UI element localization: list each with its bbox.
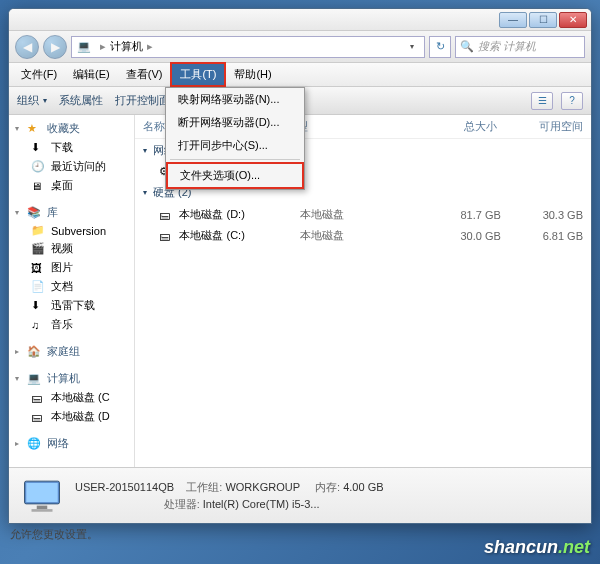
chevron-right-icon: ▸: [15, 439, 27, 448]
download-icon: ⬇: [31, 299, 47, 312]
view-mode-button[interactable]: ☰: [531, 92, 553, 110]
forward-button[interactable]: ▶: [43, 35, 67, 59]
maximize-button[interactable]: ☐: [529, 12, 557, 28]
details-name: USER-20150114QB: [75, 481, 174, 493]
chevron-right-icon: ▸: [15, 347, 27, 356]
svg-rect-1: [26, 482, 58, 501]
explorer-window: — ☐ ✕ ◀ ▶ 💻 ▸ 计算机 ▸ ▾ ↻ 🔍 搜索 计算机 文件(F) 编…: [8, 8, 592, 524]
address-bar[interactable]: 💻 ▸ 计算机 ▸ ▾: [71, 36, 425, 58]
drive-row-d[interactable]: 🖴 本地磁盘 (D:) 本地磁盘 81.7 GB 30.3 GB: [135, 204, 591, 225]
sidebar-subversion[interactable]: 📁Subversion: [9, 222, 134, 239]
tools-dropdown: 映射网络驱动器(N)... 断开网络驱动器(D)... 打开同步中心(S)...…: [165, 87, 305, 190]
computer-large-icon: [21, 477, 63, 515]
search-icon: 🔍: [460, 40, 474, 53]
chevron-down-icon: ▾: [43, 96, 47, 105]
home-icon: 🏠: [27, 345, 43, 358]
breadcrumb-item[interactable]: 计算机: [110, 39, 143, 54]
music-icon: ♫: [31, 319, 47, 331]
menu-bar: 文件(F) 编辑(E) 查看(V) 工具(T) 帮助(H): [9, 63, 591, 87]
clock-icon: 🕘: [31, 160, 47, 173]
navigation-pane: ▾ ★ 收藏夹 ⬇下载 🕘最近访问的 🖥桌面 ▾ 📚 库 📁Subversion…: [9, 115, 135, 467]
drive-icon: 🖴: [159, 209, 175, 221]
watermark: shancun.net: [484, 537, 590, 558]
breadcrumb-separator: ▸: [96, 40, 110, 53]
search-placeholder: 搜索 计算机: [478, 39, 536, 54]
menu-view[interactable]: 查看(V): [118, 64, 171, 85]
drive-icon: 🖴: [31, 411, 47, 423]
video-icon: 🎬: [31, 242, 47, 255]
drive-icon: 🖴: [159, 230, 175, 242]
details-text: USER-20150114QB 工作组: WORKGROUP 内存: 4.00 …: [75, 479, 384, 512]
chevron-down-icon: ▾: [143, 146, 147, 155]
sidebar-homegroup[interactable]: ▸ 🏠 家庭组: [9, 342, 134, 361]
search-input[interactable]: 🔍 搜索 计算机: [455, 36, 585, 58]
drive-row-c[interactable]: 🖴 本地磁盘 (C:) 本地磁盘 30.0 GB 6.81 GB: [135, 225, 591, 246]
menu-help[interactable]: 帮助(H): [226, 64, 279, 85]
svg-rect-2: [37, 505, 48, 509]
address-dropdown[interactable]: ▾: [404, 42, 420, 51]
sidebar-desktop[interactable]: 🖥桌面: [9, 176, 134, 195]
computer-icon: 💻: [27, 372, 43, 385]
computer-icon: 💻: [76, 39, 92, 55]
toolbar-right: ☰ ?: [531, 92, 583, 110]
sidebar-recent[interactable]: 🕘最近访问的: [9, 157, 134, 176]
network-icon: 🌐: [27, 437, 43, 450]
status-text: 允许您更改设置。: [10, 527, 98, 542]
minimize-button[interactable]: —: [499, 12, 527, 28]
organize-button[interactable]: 组织 ▾: [17, 93, 47, 108]
folder-icon: 📁: [31, 224, 47, 237]
sidebar-downloads[interactable]: ⬇下载: [9, 138, 134, 157]
menu-file[interactable]: 文件(F): [13, 64, 65, 85]
column-total[interactable]: 总大小: [401, 119, 497, 134]
column-free[interactable]: 可用空间: [497, 119, 583, 134]
help-button[interactable]: ?: [561, 92, 583, 110]
menu-edit[interactable]: 编辑(E): [65, 64, 118, 85]
open-sync-center[interactable]: 打开同步中心(S)...: [166, 134, 304, 157]
disconnect-network-drive[interactable]: 断开网络驱动器(D)...: [166, 111, 304, 134]
chevron-down-icon: ▾: [15, 374, 27, 383]
map-network-drive[interactable]: 映射网络驱动器(N)...: [166, 88, 304, 111]
sidebar-computer[interactable]: ▾ 💻 计算机: [9, 369, 134, 388]
document-icon: 📄: [31, 280, 47, 293]
svg-rect-3: [32, 509, 53, 512]
star-icon: ★: [27, 122, 43, 135]
navigation-bar: ◀ ▶ 💻 ▸ 计算机 ▸ ▾ ↻ 🔍 搜索 计算机: [9, 31, 591, 63]
chevron-down-icon: ▾: [143, 188, 147, 197]
sidebar-drive-c[interactable]: 🖴本地磁盘 (C: [9, 388, 134, 407]
desktop-icon: 🖥: [31, 180, 47, 192]
breadcrumb-separator: ▸: [143, 40, 157, 53]
chevron-down-icon: ▾: [15, 208, 27, 217]
titlebar: — ☐ ✕: [9, 9, 591, 31]
download-icon: ⬇: [31, 141, 47, 154]
sidebar-favorites[interactable]: ▾ ★ 收藏夹: [9, 119, 134, 138]
chevron-down-icon: ▾: [15, 124, 27, 133]
back-button[interactable]: ◀: [15, 35, 39, 59]
menu-tools[interactable]: 工具(T): [170, 62, 226, 87]
library-icon: 📚: [27, 206, 43, 219]
picture-icon: 🖼: [31, 262, 47, 274]
folder-options[interactable]: 文件夹选项(O)...: [166, 162, 304, 189]
close-button[interactable]: ✕: [559, 12, 587, 28]
menu-separator: [170, 159, 300, 160]
sidebar-xunlei[interactable]: ⬇迅雷下载: [9, 296, 134, 315]
drive-icon: 🖴: [31, 392, 47, 404]
sidebar-videos[interactable]: 🎬视频: [9, 239, 134, 258]
sidebar-documents[interactable]: 📄文档: [9, 277, 134, 296]
sidebar-network[interactable]: ▸ 🌐 网络: [9, 434, 134, 453]
window-buttons: — ☐ ✕: [499, 12, 587, 28]
sidebar-music[interactable]: ♫音乐: [9, 315, 134, 334]
sidebar-drive-d[interactable]: 🖴本地磁盘 (D: [9, 407, 134, 426]
details-pane: USER-20150114QB 工作组: WORKGROUP 内存: 4.00 …: [9, 467, 591, 523]
sidebar-pictures[interactable]: 🖼图片: [9, 258, 134, 277]
refresh-button[interactable]: ↻: [429, 36, 451, 58]
system-properties-button[interactable]: 系统属性: [59, 93, 103, 108]
sidebar-libraries[interactable]: ▾ 📚 库: [9, 203, 134, 222]
